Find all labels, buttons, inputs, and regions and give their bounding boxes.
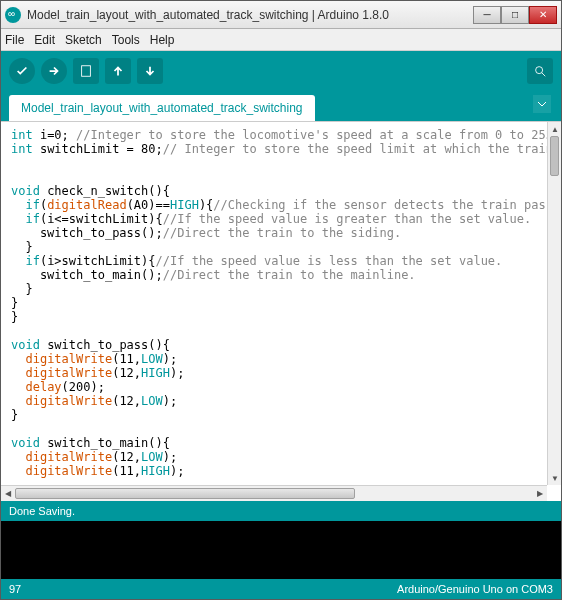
status-message: Done Saving. (9, 505, 75, 517)
verify-button[interactable] (9, 58, 35, 84)
menu-sketch[interactable]: Sketch (65, 33, 102, 47)
chevron-down-icon (537, 99, 547, 109)
menubar: File Edit Sketch Tools Help (1, 29, 561, 51)
menu-help[interactable]: Help (150, 33, 175, 47)
svg-rect-0 (82, 66, 91, 77)
board-port-label: Arduino/Genuino Uno on COM3 (397, 583, 553, 595)
toolbar (1, 51, 561, 91)
serial-monitor-icon (533, 64, 547, 78)
arrow-down-icon (143, 64, 157, 78)
arrow-up-icon (111, 64, 125, 78)
serial-monitor-button[interactable] (527, 58, 553, 84)
app-window: Model_train_layout_with_automated_track_… (0, 0, 562, 600)
maximize-button[interactable]: □ (501, 6, 529, 24)
window-controls: ─ □ ✕ (473, 6, 557, 24)
new-file-icon (79, 64, 93, 78)
status-bar: Done Saving. (1, 501, 561, 521)
scroll-down-arrow[interactable]: ▼ (548, 471, 561, 485)
sketch-tab[interactable]: Model_train_layout_with_automated_track_… (9, 95, 315, 121)
footer-bar: 97 Arduino/Genuino Uno on COM3 (1, 579, 561, 599)
tab-dropdown-button[interactable] (533, 95, 551, 113)
scroll-right-arrow[interactable]: ▶ (533, 486, 547, 500)
svg-point-1 (536, 67, 543, 74)
vertical-scrollbar[interactable]: ▲ ▼ (547, 122, 561, 485)
arduino-icon (5, 7, 21, 23)
code-editor[interactable]: int i=0; //Integer to store the locomoti… (1, 122, 547, 485)
check-icon (15, 64, 29, 78)
open-button[interactable] (105, 58, 131, 84)
horizontal-scroll-thumb[interactable] (15, 488, 355, 499)
arrow-right-icon (47, 64, 61, 78)
menu-edit[interactable]: Edit (34, 33, 55, 47)
upload-button[interactable] (41, 58, 67, 84)
window-title: Model_train_layout_with_automated_track_… (27, 8, 473, 22)
minimize-button[interactable]: ─ (473, 6, 501, 24)
menu-file[interactable]: File (5, 33, 24, 47)
scroll-up-arrow[interactable]: ▲ (548, 122, 561, 136)
menu-tools[interactable]: Tools (112, 33, 140, 47)
horizontal-scrollbar[interactable]: ◀ ▶ (1, 485, 547, 501)
scroll-left-arrow[interactable]: ◀ (1, 486, 15, 500)
vertical-scroll-thumb[interactable] (550, 136, 559, 176)
line-number: 97 (9, 583, 21, 595)
tabbar: Model_train_layout_with_automated_track_… (1, 91, 561, 121)
save-button[interactable] (137, 58, 163, 84)
close-button[interactable]: ✕ (529, 6, 557, 24)
console-output[interactable] (1, 521, 561, 579)
editor-area: int i=0; //Integer to store the locomoti… (1, 121, 561, 501)
new-button[interactable] (73, 58, 99, 84)
titlebar: Model_train_layout_with_automated_track_… (1, 1, 561, 29)
